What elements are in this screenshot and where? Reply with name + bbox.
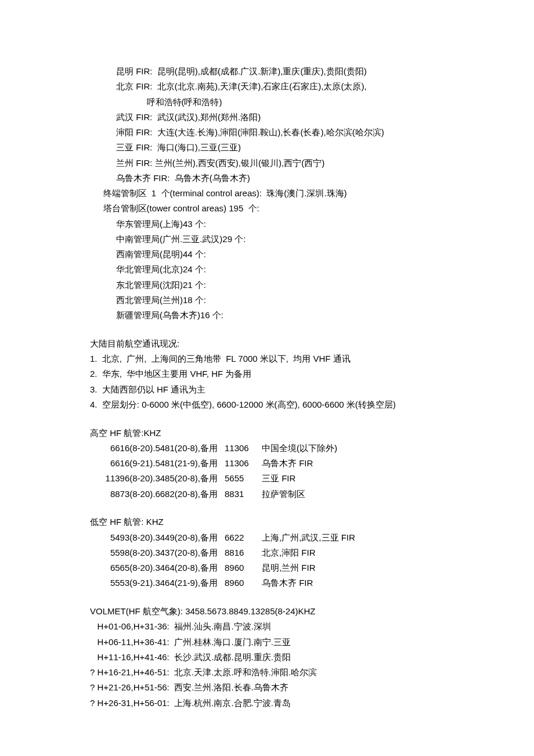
comm-title: 大陆目前航空通讯现况: [90, 336, 444, 351]
freq-col1: 6616(9-21).5481(21-9),备用 [90, 456, 225, 471]
fir-kunming: 昆明 FIR: 昆明(昆明),成都(成都.广汉.新津),重庆(重庆),贵阳(贵阳… [90, 64, 444, 79]
volmet-row: H+11-16,H+41-46: 长沙.武汉.成都.昆明.重庆.贵阳 [90, 650, 444, 665]
freq-col1: 5553(9-21).3464(21-9),备用 [90, 575, 225, 591]
tower-item: 西北管理局(兰州)18 个: [90, 293, 444, 308]
volmet-row: ? H+26-31,H+56-01: 上海.杭州.南京.合肥.宁波.青岛 [90, 696, 444, 711]
volmet-row: H+06-11,H+36-41: 广州.桂林.海口.厦门.南宁.三亚 [90, 635, 444, 650]
freq-col1: 5598(8-20).3437(20-8),备用 [90, 545, 225, 560]
fir-shenyang: 渖阳 FIR: 大连(大连.长海),渖阳(渖阳.鞍山),长春(长春),哈尔滨(哈… [90, 125, 444, 140]
freq-row: 5493(8-20).3449(20-8),备用 6622 上海,广州,武汉,三… [90, 530, 444, 545]
freq-row: 6616(8-20).5481(20-8),备用 11306 中国全境(以下除外… [90, 441, 444, 456]
fir-urumqi: 乌鲁木齐 FIR: 乌鲁木齐(乌鲁木齐) [90, 171, 444, 186]
freq-col1: 6565(8-20).3464(20-8),备用 [90, 560, 225, 575]
freq-col3: 乌鲁木齐 FIR [262, 575, 444, 591]
freq-col3: 拉萨管制区 [262, 487, 444, 502]
freq-col1: 8873(8-20).6682(20-8),备用 [90, 487, 225, 502]
freq-col3: 上海,广州,武汉,三亚 FIR [262, 530, 444, 545]
freq-col2: 6622 [225, 530, 262, 545]
freq-col2: 8816 [225, 545, 262, 560]
freq-row: 5553(9-21).3464(21-9),备用 8960 乌鲁木齐 FIR [90, 575, 444, 591]
fir-wuhan: 武汉 FIR: 武汉(武汉),郑州(郑州.洛阳) [90, 110, 444, 125]
tower-item: 新疆管理局(乌鲁木齐)16 个: [90, 308, 444, 323]
freq-col3: 三亚 FIR [262, 471, 444, 486]
freq-col2: 11306 [225, 441, 262, 456]
freq-row: 11396(8-20).3485(20-8),备用 5655 三亚 FIR [90, 471, 444, 486]
freq-row: 8873(8-20).6682(20-8),备用 8831 拉萨管制区 [90, 487, 444, 502]
volmet-row: ? H+21-26,H+51-56: 西安.兰州.洛阳.长春.乌鲁木齐 [90, 680, 444, 695]
freq-col2: 8831 [225, 487, 262, 502]
freq-col3: 昆明,兰州 FIR [262, 560, 444, 575]
volmet-title: VOLMET(HF 航空气象): 3458.5673.8849.13285(8-… [90, 604, 444, 619]
tower-title: 塔台管制区(tower control areas) 195 个: [90, 201, 444, 216]
freq-row: 6616(9-21).5481(21-9),备用 11306 乌鲁木齐 FIR [90, 456, 444, 471]
freq-col2: 8960 [225, 560, 262, 575]
freq-col1: 5493(8-20).3449(20-8),备用 [90, 530, 225, 545]
comm-item: 4. 空层划分: 0-6000 米(中低空), 6600-12000 米(高空)… [90, 397, 444, 412]
freq-row: 5598(8-20).3437(20-8),备用 8816 北京,渖阳 FIR [90, 545, 444, 560]
tower-item: 东北管理局(沈阳)21 个: [90, 278, 444, 293]
freq-col3: 中国全境(以下除外) [262, 441, 444, 456]
volmet-row: H+01-06,H+31-36: 福州.汕头.南昌.宁波.深圳 [90, 619, 444, 634]
volmet-row: ? H+16-21,H+46-51: 北京.天津.太原.呼和浩特.渖阳.哈尔滨 [90, 665, 444, 680]
fir-beijing-l2: 呼和浩特(呼和浩特) [90, 95, 444, 110]
terminal-line: 终端管制区 1 个(terminal control areas): 珠海(澳门… [90, 186, 444, 201]
document-content: 昆明 FIR: 昆明(昆明),成都(成都.广汉.新津),重庆(重庆),贵阳(贵阳… [90, 64, 444, 711]
freq-row: 6565(8-20).3464(20-8),备用 8960 昆明,兰州 FIR [90, 560, 444, 575]
freq-col1: 6616(8-20).5481(20-8),备用 [90, 441, 225, 456]
comm-item: 3. 大陆西部仍以 HF 通讯为主 [90, 382, 444, 397]
tower-item: 华北管理局(北京)24 个: [90, 262, 444, 277]
comm-item: 2. 华东, 华中地区主要用 VHF, HF 为备用 [90, 366, 444, 381]
freq-col3: 北京,渖阳 FIR [262, 545, 444, 560]
fir-lanzhou: 兰州 FIR: 兰州(兰州),西安(西安),银川(银川),西宁(西宁) [90, 156, 444, 171]
freq-col2: 11306 [225, 456, 262, 471]
fir-beijing-l1: 北京 FIR: 北京(北京.南苑),天津(天津),石家庄(石家庄),太原(太原)… [90, 79, 444, 94]
tower-item: 华东管理局(上海)43 个: [90, 217, 444, 232]
freq-col3: 乌鲁木齐 FIR [262, 456, 444, 471]
freq-col2: 8960 [225, 575, 262, 591]
tower-item: 中南管理局(广州.三亚.武汉)29 个: [90, 232, 444, 247]
freq-col1: 11396(8-20).3485(20-8),备用 [90, 471, 225, 486]
comm-item: 1. 北京, 广州, 上海间的三角地带 FL 7000 米以下, 均用 VHF … [90, 351, 444, 366]
high-hf-title: 高空 HF 航管:KHZ [90, 426, 444, 441]
fir-sanya: 三亚 FIR: 海口(海口),三亚(三亚) [90, 140, 444, 155]
low-hf-title: 低空 HF 航管: KHZ [90, 514, 444, 530]
freq-col2: 5655 [225, 471, 262, 486]
tower-item: 西南管理局(昆明)44 个: [90, 247, 444, 262]
